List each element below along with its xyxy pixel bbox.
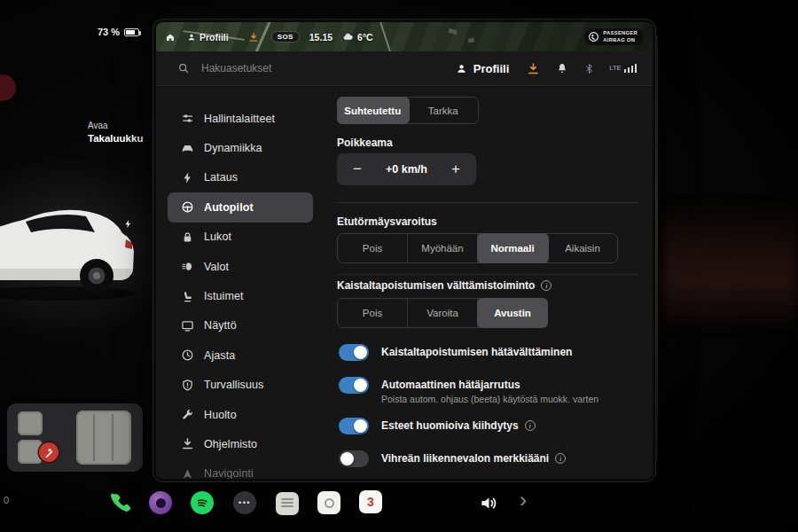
toggle-label: Esteet huomioiva kiihdytys xyxy=(381,419,519,432)
sidebar-item-autopilot[interactable]: Autopilot xyxy=(168,192,313,222)
status-bar: Profiili SOS 15.15 6°C PASSENGER AIRBAG … xyxy=(156,22,653,51)
lock-icon xyxy=(181,231,194,244)
lane-departure-header: Kaistaltapoistumisen välttämistoiminto i xyxy=(337,279,552,292)
software-update-icon[interactable] xyxy=(527,62,540,75)
interior-red-reflection xyxy=(0,74,16,101)
software-update-icon[interactable] xyxy=(248,32,259,43)
offset-stepper: − +0 km/h + xyxy=(337,153,476,185)
fcw-option-aikaisin[interactable]: Aikaisin xyxy=(548,234,617,262)
toggle-row-obstacle-aware-acceleration: Esteet huomioiva kiihdytys i xyxy=(339,418,536,434)
section-divider xyxy=(337,202,639,203)
battery-percent-label: 73 % xyxy=(98,27,120,37)
spotify-waves-icon xyxy=(194,495,210,511)
sidebar-item-istuimet[interactable]: Istuimet xyxy=(168,281,313,310)
automatic-emergency-braking-toggle[interactable] xyxy=(339,377,369,394)
person-icon xyxy=(187,33,196,42)
toggle-row-automatic-emergency-braking: Automaattinen hätäjarrutus Poista autom.… xyxy=(339,377,598,404)
rear-bench-seat xyxy=(76,411,131,465)
person-icon xyxy=(456,63,467,74)
header-profile-button[interactable]: Profiili xyxy=(456,62,509,75)
display-icon xyxy=(181,319,194,332)
lights-icon xyxy=(181,260,194,273)
status-profile-button[interactable]: Profiili xyxy=(187,32,229,43)
info-icon[interactable]: i xyxy=(525,420,536,431)
bell-icon[interactable] xyxy=(556,62,568,74)
dynamics-icon xyxy=(181,142,194,155)
info-icon[interactable]: i xyxy=(541,280,552,291)
seatbelt-warning-badge xyxy=(39,442,59,462)
toggle-sublabel: Poista autom. ohjaus (beeta) käytöstä mu… xyxy=(381,394,598,404)
lte-label: LTE xyxy=(609,64,621,72)
notes-app-icon[interactable] xyxy=(276,492,299,515)
spotify-app-icon[interactable] xyxy=(191,491,214,514)
sidebar-item-dynamiikka[interactable]: Dynamiikka xyxy=(168,133,313,162)
green-light-chime-toggle[interactable] xyxy=(339,450,369,467)
settings-header: Profiili LTE xyxy=(156,51,653,86)
car-render xyxy=(0,188,153,305)
airbag-icon xyxy=(588,31,599,43)
search-input[interactable] xyxy=(201,62,334,74)
speed-mode-segmented-control: Suhteutettu Tarkka xyxy=(337,97,479,124)
lane-departure-label: Kaistaltapoistumisen välttämistoiminto xyxy=(337,279,535,292)
sidebar-item-naytto[interactable]: Näyttö xyxy=(168,311,313,340)
infotainment-screen: Profiili SOS 15.15 6°C PASSENGER AIRBAG … xyxy=(156,22,653,479)
lane-departure-option-varoita[interactable]: Varoita xyxy=(408,299,478,327)
bluetooth-icon[interactable] xyxy=(583,63,595,74)
search-icon[interactable] xyxy=(177,62,190,74)
passenger-airbag-indicator: PASSENGER AIRBAG ON xyxy=(584,28,644,45)
section-divider xyxy=(337,274,639,275)
navigation-icon xyxy=(181,467,194,479)
fcw-label: Etutörmäysvaroitus xyxy=(337,215,437,228)
sidebar-item-lataus[interactable]: Lataus xyxy=(168,163,313,192)
lte-signal-indicator: LTE xyxy=(609,64,637,73)
lane-departure-option-avustin[interactable]: Avustin xyxy=(477,298,548,328)
autopilot-icon xyxy=(181,200,194,214)
open-trunk-button[interactable]: Avaa Takaluukku xyxy=(88,121,143,145)
dock-next-chevron-icon[interactable]: › xyxy=(520,489,527,511)
settings-sidebar: Hallintalaitteet Dynamiikka Lataus Autop… xyxy=(156,86,325,479)
home-icon[interactable] xyxy=(165,32,176,43)
offset-decrease-button[interactable]: − xyxy=(337,160,378,178)
calendar-app-icon[interactable]: 3 xyxy=(359,490,382,513)
sos-badge[interactable]: SOS xyxy=(271,31,300,43)
seat-occupancy-card xyxy=(7,403,143,472)
sidebar-item-huolto[interactable]: Huolto xyxy=(168,400,313,429)
sidebar-item-ajasta[interactable]: Ajasta xyxy=(168,340,313,370)
speed-mode-option-suhteutettu[interactable]: Suhteutettu xyxy=(337,97,410,124)
airbag-line1: PASSENGER xyxy=(603,30,638,37)
charge-port-bolt-icon xyxy=(123,217,133,231)
lane-departure-segmented-control: Pois Varoita Avustin xyxy=(337,298,548,328)
seats-icon xyxy=(181,290,194,303)
volume-icon[interactable] xyxy=(479,493,499,513)
more-apps-button[interactable]: ••• xyxy=(233,491,256,514)
speed-mode-option-tarkka[interactable]: Tarkka xyxy=(409,98,479,123)
software-icon xyxy=(181,437,194,450)
sidebar-item-hallintalaitteet[interactable]: Hallintalaitteet xyxy=(168,104,313,133)
service-icon xyxy=(181,408,194,421)
trunk-action-verb: Avaa xyxy=(88,121,143,132)
fcw-option-myohaan[interactable]: Myöhään xyxy=(408,234,478,262)
offset-label: Poikkeama xyxy=(337,137,393,149)
info-icon[interactable]: i xyxy=(555,453,566,464)
browser-app-icon[interactable] xyxy=(317,491,340,514)
fcw-option-pois[interactable]: Pois xyxy=(338,234,408,262)
temperature-label: 6°C xyxy=(357,32,373,43)
emergency-lane-departure-toggle[interactable] xyxy=(339,344,369,361)
sidebar-item-ohjelmisto[interactable]: Ohjelmisto xyxy=(168,429,313,458)
media-app-icon[interactable] xyxy=(149,491,172,514)
obstacle-aware-acceleration-toggle[interactable] xyxy=(339,418,369,434)
header-profile-label: Profiili xyxy=(473,62,509,75)
battery-icon xyxy=(124,28,139,36)
phone-app-icon[interactable] xyxy=(108,491,131,514)
sidebar-item-lukot[interactable]: Lukot xyxy=(168,223,313,252)
screen-bezel-edge xyxy=(655,35,658,461)
sidebar-item-valot[interactable]: Valot xyxy=(168,252,313,281)
status-profile-label: Profiili xyxy=(200,32,229,43)
sidebar-item-turvallisuus[interactable]: Turvallisuus xyxy=(168,371,313,400)
toggle-row-green-light-chime: Vihreän liikennevalon merkkiääni i xyxy=(339,450,566,467)
fcw-option-normaali[interactable]: Normaali xyxy=(477,233,549,263)
sidebar-item-navigointi[interactable]: Navigointi xyxy=(168,459,313,479)
lane-departure-option-pois[interactable]: Pois xyxy=(338,299,408,327)
offset-increase-button[interactable]: + xyxy=(435,160,476,178)
cloud-icon xyxy=(342,31,354,43)
